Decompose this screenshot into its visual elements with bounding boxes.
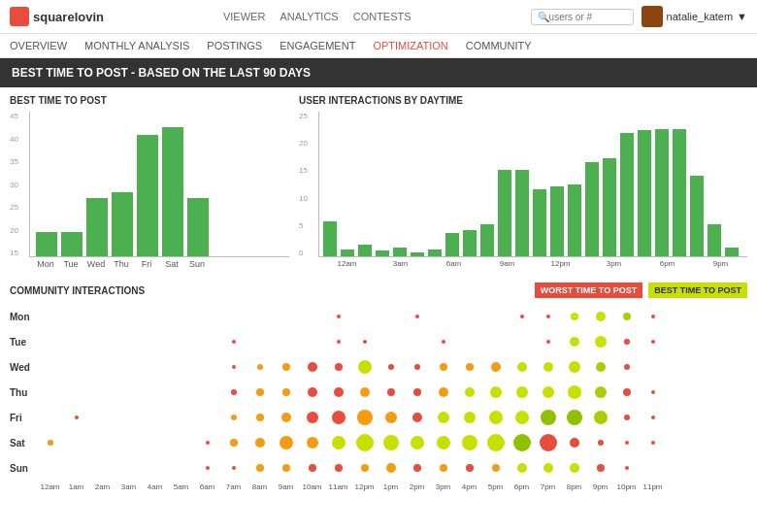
dot-cell [404, 430, 430, 455]
dot-cell [89, 380, 115, 405]
dot-cell [220, 405, 247, 430]
dot-cell [535, 354, 561, 380]
dot-cell [482, 304, 509, 329]
dot [332, 411, 346, 424]
dot [230, 439, 238, 447]
row-label-sun: Sun [10, 463, 37, 474]
tl-1pm: 1pm [378, 482, 404, 491]
dot-row-fri: Fri [10, 405, 747, 430]
dot-cell [640, 304, 666, 329]
rx-3pm: 3pm [587, 259, 641, 268]
dot [232, 365, 236, 369]
dot-cell [168, 430, 194, 455]
nav-engagement[interactable]: ENGAGEMENT [280, 40, 355, 51]
y-label-40: 40 [10, 135, 18, 144]
nav-contests[interactable]: CONTESTS [353, 11, 411, 22]
legend-best: BEST TIME TO POST [648, 283, 747, 298]
dot [256, 414, 264, 421]
nav-monthly[interactable]: MONTHLY ANALYSIS [84, 40, 189, 51]
dot [594, 411, 608, 424]
dot-cell [37, 354, 63, 380]
dot-cell [89, 455, 115, 481]
dot [411, 436, 424, 449]
nav-overview[interactable]: OVERVIEW [10, 40, 67, 51]
y-label-15: 15 [10, 249, 18, 257]
dot [595, 336, 607, 348]
rbar-8pm [673, 129, 686, 256]
y-label-30: 30 [10, 181, 18, 189]
rbar-11am [515, 170, 529, 256]
dropdown-icon[interactable]: ▼ [737, 11, 747, 22]
dot-cell [194, 430, 220, 455]
dot [332, 436, 346, 449]
nav-analytics[interactable]: ANALYTICS [280, 11, 338, 22]
dot [651, 340, 655, 344]
dot-cell [378, 304, 404, 329]
dot-cell [299, 380, 325, 405]
ry-0: 0 [299, 249, 308, 257]
rbar-6pm [638, 130, 651, 256]
y-label-20: 20 [10, 226, 18, 235]
dot [625, 441, 629, 445]
search-input[interactable] [549, 12, 627, 22]
dot-cell [89, 329, 115, 354]
rbar-6am [428, 249, 442, 256]
dot-row-tue: Tue [10, 329, 747, 354]
dot [388, 364, 394, 370]
rbar-12am [323, 221, 337, 256]
time-labels-row: 12am 1am 2am 3am 4am 5am 6am 7am 8am 9am… [10, 482, 747, 491]
dot-cell [194, 455, 220, 481]
nav-optimization[interactable]: OPTIMIZATION [373, 40, 447, 51]
dot-cell [273, 430, 299, 455]
legend-worst: WORST TIME TO POST [535, 283, 642, 298]
dot [437, 436, 450, 449]
tl-7pm: 7pm [535, 482, 561, 491]
dot [48, 440, 53, 446]
dot-cell [63, 329, 89, 354]
dot-cell [587, 329, 613, 354]
dot-cell [273, 329, 299, 354]
nav-community[interactable]: COMMUNITY [466, 40, 532, 51]
dot [543, 362, 553, 372]
dot-cell [325, 304, 351, 329]
dot-cell [168, 380, 194, 405]
dot [337, 340, 341, 344]
dot-cell [509, 430, 535, 455]
dot [282, 363, 290, 371]
dot [257, 364, 263, 370]
nav-viewer[interactable]: VIEWER [223, 11, 265, 22]
charts-area: BEST TIME TO POST 45 40 35 30 25 20 15 [0, 87, 757, 277]
y-label-25: 25 [10, 203, 18, 212]
dot-cell [587, 380, 613, 405]
dot [206, 441, 210, 445]
dot-section: COMMUNITY INTERACTIONS WORST TIME TO POS… [0, 277, 757, 497]
dot [386, 463, 396, 473]
tl-2am: 2am [89, 482, 115, 491]
dot [513, 434, 531, 451]
dot-row-sun: Sun [10, 455, 747, 481]
dot [624, 364, 630, 370]
dot-cell [430, 405, 456, 430]
rbar-2am [358, 245, 372, 256]
dot-cell [247, 304, 273, 329]
dot [255, 438, 265, 448]
dot-cell [430, 430, 456, 455]
rbar-4pm [603, 158, 616, 256]
dot [307, 437, 318, 449]
rbar-2pm [568, 184, 581, 257]
search-box[interactable]: 🔍 [531, 9, 634, 25]
header-nav: VIEWER ANALYTICS CONTESTS [223, 11, 411, 22]
dot-cell [194, 304, 220, 329]
dot-cell [640, 329, 666, 354]
dot-cell [89, 354, 115, 380]
dot-cell [37, 455, 63, 481]
dot-cell [378, 405, 404, 430]
dot-cell [115, 430, 142, 455]
dot [567, 410, 582, 425]
dot-cell [509, 405, 535, 430]
nav-postings[interactable]: POSTINGS [207, 40, 262, 51]
dot [232, 340, 236, 344]
dot-cell [168, 405, 194, 430]
dot-cell [142, 405, 168, 430]
dot [439, 387, 448, 397]
